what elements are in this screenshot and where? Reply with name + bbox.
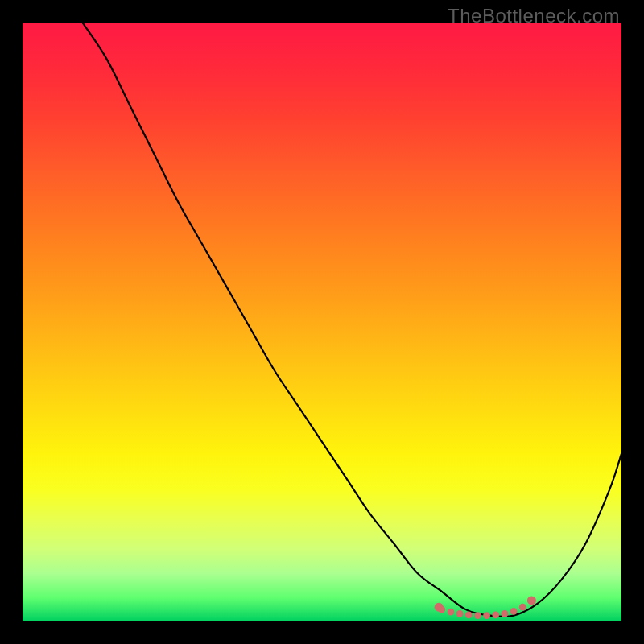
gradient-background [23,23,621,621]
plot-frame [23,23,621,621]
